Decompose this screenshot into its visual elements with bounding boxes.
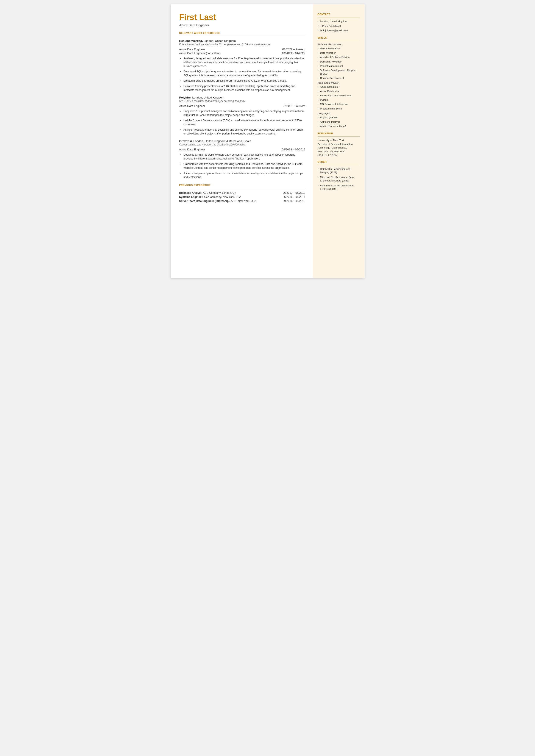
tool-4: MS Business Intelligence	[318, 102, 360, 106]
relevant-work-divider	[179, 36, 305, 36]
other-1: Microsoft Certified: Azure Data Engineer…	[318, 176, 360, 182]
contact-list: London, United Kingdom +44 0 7701235678 …	[318, 20, 360, 32]
role-title-1a: Azure Data Engineer	[179, 48, 205, 51]
prev-job-1-bold: Systems Engineer,	[179, 195, 203, 199]
company-bold-2: Polyhire,	[179, 96, 191, 99]
company-rest-2: London, United Kingdom	[191, 96, 224, 99]
prev-job-2-date: 09/2014 – 05/2015	[283, 200, 305, 203]
tools-list: Azure Data Lake Azure Databricks Azure S…	[318, 85, 360, 110]
skill-1: Data Migration	[318, 51, 360, 55]
contact-heading: CONTACT	[318, 13, 360, 15]
tool-3: Python	[318, 98, 360, 101]
contact-email: jack.johnson@gmail.com	[318, 29, 360, 32]
tool-5: Programming Scala	[318, 107, 360, 110]
company-subtitle-3: Career training and membership SaaS with…	[179, 143, 305, 146]
skill-4: Project Management	[318, 64, 360, 68]
right-column: CONTACT London, United Kingdom +44 0 770…	[313, 4, 365, 278]
role-row-1a: Azure Data Engineer 01/2022 – Present	[179, 48, 305, 51]
tool-1: Azure Databricks	[318, 90, 360, 93]
edu-dates: 11/2012 - 07/2015	[318, 154, 360, 156]
bullets-1: Analyzed, designed and built data soluti…	[179, 56, 305, 92]
resume-page: First Last Azure Data Engineer RELEVANT …	[171, 4, 365, 278]
role-date-3a: 06/2018 – 09/2019	[282, 148, 305, 151]
contact-location: London, United Kingdom	[318, 20, 360, 23]
prev-job-1: Systems Engineer, XYZ Company, New York,…	[179, 195, 305, 199]
relevant-work-heading: RELEVANT WORK EXPERIENCE	[179, 32, 305, 34]
skill-5: Software Development Lifecycle (SDLC)	[318, 69, 360, 75]
skill-6: Confidential Power BI	[318, 76, 360, 80]
skills-heading: SKILLS	[318, 37, 360, 39]
prev-job-1-rest: XYZ Company, New York, USA	[203, 195, 241, 199]
prev-job-2-rest: ABC, New York, USA	[230, 200, 256, 203]
company-rest-3: London, United Kingdom & Barcelona, Spai…	[193, 139, 251, 143]
company-rest-1: London, United Kingdom	[203, 39, 236, 42]
tool-2: Azure SQL Data Warehouse	[318, 94, 360, 97]
edu-location: New York City, New York	[318, 150, 360, 153]
bullet-1-1: Developed SQL scripts for query automati…	[179, 70, 305, 77]
company-bold-3: Growthsi,	[179, 139, 193, 143]
company-name-2: Polyhire, London, United Kingdom	[179, 96, 305, 99]
bullet-2-0: Supported 15+ product managers and softw…	[179, 109, 305, 117]
candidate-name: First Last	[179, 13, 305, 22]
skill-0: Data Visualisation	[318, 47, 360, 50]
job-block-3: Growthsi, London, United Kingdom & Barce…	[179, 139, 305, 179]
prev-job-0-label: Business Analyst, ABC Company, London, U…	[179, 191, 236, 194]
prev-job-0-date: 06/2017 – 05/2018	[283, 191, 305, 194]
other-section: OTHER Databricks Certification and Badgi…	[318, 160, 360, 191]
other-2: Volunteered at the Data4Good Festival (2…	[318, 184, 360, 191]
previous-exp-divider	[179, 188, 305, 188]
prev-job-0-rest: ABC Company, London, UK	[202, 191, 236, 194]
lang-2: Arabic (Conversational)	[318, 124, 360, 128]
role-date-2a: 07/2021 – Current	[283, 104, 305, 107]
company-bold-1: Resume Worded,	[179, 39, 203, 42]
education-heading: EDUCATION	[318, 132, 360, 135]
prev-job-2-bold: Server Team Data Engineer (Internship),	[179, 200, 230, 203]
role-title-1b: Azure Data Engineer (consultant)	[179, 51, 221, 55]
role-date-1a: 01/2022 – Present	[282, 48, 305, 51]
prev-job-0-bold: Business Analyst,	[179, 191, 202, 194]
lang-0: English (Native)	[318, 116, 360, 119]
prev-job-1-date: 06/2016 – 05/2017	[283, 195, 305, 199]
candidate-title: Azure Data Engineer	[179, 23, 305, 27]
languages-list: English (Native) Afrikaans (Native) Arab…	[318, 116, 360, 128]
education-section: EDUCATION University of New York Bachelo…	[318, 132, 360, 156]
edu-university: University of New York	[318, 139, 360, 142]
contact-phone: +44 0 7701235678	[318, 24, 360, 28]
skills-techniques-list: Data Visualisation Data Migration Analyt…	[318, 47, 360, 80]
prev-job-1-label: Systems Engineer, XYZ Company, New York,…	[179, 195, 241, 199]
languages-label: Languages:	[318, 112, 360, 115]
bullet-1-0: Analyzed, designed and built data soluti…	[179, 56, 305, 68]
education-divider	[318, 136, 360, 137]
role-date-1b: 10/2019 – 01/2022	[282, 51, 305, 55]
previous-exp-heading: PREVIOUS EXPERIENCE	[179, 184, 305, 186]
role-row-1b: Azure Data Engineer (consultant) 10/2019…	[179, 51, 305, 55]
left-column: First Last Azure Data Engineer RELEVANT …	[171, 4, 313, 278]
bullets-2: Supported 15+ product managers and softw…	[179, 109, 305, 136]
bullet-2-2: Assited Product Managers by designing an…	[179, 128, 305, 136]
lang-1: Afrikaans (Native)	[318, 120, 360, 124]
company-subtitle-1: Education technology startup with 50+ em…	[179, 43, 305, 46]
edu-block-0: University of New York Bachelor of Scien…	[318, 139, 360, 156]
company-name-1: Resume Worded, London, United Kingdom	[179, 39, 305, 42]
contact-divider	[318, 17, 360, 17]
other-heading: OTHER	[318, 160, 360, 163]
bullet-2-1: Led the Content Delivery Network (CDN) e…	[179, 119, 305, 126]
bullets-3: Designed an internal webiste where 150+ …	[179, 153, 305, 179]
prev-job-2: Server Team Data Engineer (Internship), …	[179, 200, 305, 203]
other-0: Databricks Certification and Badging (20…	[318, 167, 360, 174]
bullet-3-0: Designed an internal webiste where 150+ …	[179, 153, 305, 160]
role-title-2a: Azure Data Engineer	[179, 104, 205, 107]
prev-job-2-label: Server Team Data Engineer (Internship), …	[179, 200, 256, 203]
skills-section: SKILLS Skills and Techniques: Data Visua…	[318, 37, 360, 128]
company-name-3: Growthsi, London, United Kingdom & Barce…	[179, 139, 305, 143]
edu-degree: Bachelor of Science Information Technolo…	[318, 142, 360, 149]
bullet-1-2: Created a Build and Relase process for 2…	[179, 79, 305, 83]
bullet-3-2: Joined a ten-person product team to coor…	[179, 171, 305, 179]
role-row-3a: Azure Data Engineer 06/2018 – 09/2019	[179, 148, 305, 151]
job-block-1: Resume Worded, London, United Kingdom Ed…	[179, 39, 305, 92]
other-list: Databricks Certification and Badging (20…	[318, 167, 360, 191]
skill-2: Analytical Problem-Solving	[318, 55, 360, 59]
company-subtitle-2: NYSE-listed recruitment and employer bra…	[179, 99, 305, 102]
job-block-2: Polyhire, London, United Kingdom NYSE-li…	[179, 96, 305, 136]
bullet-1-3: Delivered training presentations to 250+…	[179, 84, 305, 92]
